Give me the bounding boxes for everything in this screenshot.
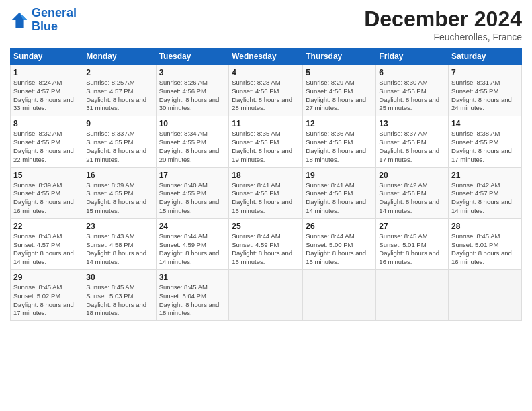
day-info: Sunrise: 8:44 AMSunset: 4:59 PMDaylight:… — [159, 232, 226, 267]
calendar-cell: 14Sunrise: 8:38 AMSunset: 4:55 PMDayligh… — [449, 116, 522, 167]
title-block: December 2024 Feucherolles, France — [364, 7, 522, 42]
calendar-week-1: 1Sunrise: 8:24 AMSunset: 4:57 PMDaylight… — [11, 65, 522, 116]
day-number: 24 — [159, 222, 226, 231]
day-header-tuesday: Tuesday — [156, 48, 229, 65]
calendar-cell: 10Sunrise: 8:34 AMSunset: 4:55 PMDayligh… — [156, 116, 229, 167]
day-number: 11 — [232, 119, 300, 128]
day-number: 23 — [86, 222, 152, 231]
day-number: 10 — [159, 119, 226, 128]
calendar-cell: 26Sunrise: 8:44 AMSunset: 5:00 PMDayligh… — [303, 218, 376, 269]
day-info: Sunrise: 8:39 AMSunset: 4:55 PMDaylight:… — [86, 181, 152, 216]
day-header-thursday: Thursday — [303, 48, 376, 65]
day-number: 17 — [159, 171, 226, 180]
day-number: 2 — [86, 68, 152, 77]
calendar-cell: 17Sunrise: 8:40 AMSunset: 4:55 PMDayligh… — [156, 167, 229, 218]
calendar-cell: 19Sunrise: 8:41 AMSunset: 4:56 PMDayligh… — [303, 167, 376, 218]
day-info: Sunrise: 8:45 AMSunset: 5:02 PMDaylight:… — [13, 283, 80, 318]
calendar-cell: 9Sunrise: 8:33 AMSunset: 4:55 PMDaylight… — [83, 116, 156, 167]
day-info: Sunrise: 8:43 AMSunset: 4:58 PMDaylight:… — [86, 232, 152, 267]
calendar-cell: 22Sunrise: 8:43 AMSunset: 4:57 PMDayligh… — [11, 218, 83, 269]
day-header-monday: Monday — [83, 48, 156, 65]
day-number: 14 — [451, 119, 519, 128]
calendar-cell — [303, 270, 376, 321]
day-info: Sunrise: 8:38 AMSunset: 4:55 PMDaylight:… — [451, 130, 519, 164]
logo: General Blue — [10, 7, 77, 34]
calendar-week-4: 22Sunrise: 8:43 AMSunset: 4:57 PMDayligh… — [11, 218, 522, 269]
calendar-week-3: 15Sunrise: 8:39 AMSunset: 4:55 PMDayligh… — [11, 167, 522, 218]
day-info: Sunrise: 8:33 AMSunset: 4:55 PMDaylight:… — [86, 130, 152, 164]
calendar-header-row: SundayMondayTuesdayWednesdayThursdayFrid… — [11, 48, 522, 65]
calendar-cell: 28Sunrise: 8:45 AMSunset: 5:01 PMDayligh… — [449, 218, 522, 269]
calendar-cell: 20Sunrise: 8:42 AMSunset: 4:56 PMDayligh… — [376, 167, 449, 218]
day-number: 12 — [306, 119, 373, 128]
day-number: 18 — [232, 171, 300, 180]
day-number: 29 — [13, 273, 80, 282]
calendar-cell: 2Sunrise: 8:25 AMSunset: 4:57 PMDaylight… — [83, 65, 156, 116]
calendar-cell: 6Sunrise: 8:30 AMSunset: 4:55 PMDaylight… — [376, 65, 449, 116]
day-info: Sunrise: 8:29 AMSunset: 4:56 PMDaylight:… — [306, 79, 373, 113]
calendar-cell: 24Sunrise: 8:44 AMSunset: 4:59 PMDayligh… — [156, 218, 229, 269]
day-number: 16 — [86, 171, 152, 180]
subtitle: Feucherolles, France — [364, 32, 522, 42]
day-number: 13 — [379, 119, 445, 128]
calendar-cell: 16Sunrise: 8:39 AMSunset: 4:55 PMDayligh… — [83, 167, 156, 218]
calendar-cell: 29Sunrise: 8:45 AMSunset: 5:02 PMDayligh… — [11, 270, 83, 321]
calendar-cell — [229, 270, 303, 321]
day-number: 1 — [13, 68, 80, 77]
day-info: Sunrise: 8:42 AMSunset: 4:56 PMDaylight:… — [379, 181, 445, 216]
day-info: Sunrise: 8:37 AMSunset: 4:55 PMDaylight:… — [379, 130, 445, 164]
calendar-week-2: 8Sunrise: 8:32 AMSunset: 4:55 PMDaylight… — [11, 116, 522, 167]
day-info: Sunrise: 8:44 AMSunset: 5:00 PMDaylight:… — [306, 232, 373, 267]
day-info: Sunrise: 8:30 AMSunset: 4:55 PMDaylight:… — [379, 79, 445, 113]
day-info: Sunrise: 8:45 AMSunset: 5:03 PMDaylight:… — [86, 283, 152, 318]
day-number: 9 — [86, 119, 152, 128]
day-info: Sunrise: 8:26 AMSunset: 4:56 PMDaylight:… — [159, 79, 226, 113]
logo-text: General Blue — [32, 7, 77, 34]
day-info: Sunrise: 8:41 AMSunset: 4:56 PMDaylight:… — [232, 181, 300, 216]
day-info: Sunrise: 8:41 AMSunset: 4:56 PMDaylight:… — [306, 181, 373, 216]
day-info: Sunrise: 8:28 AMSunset: 4:56 PMDaylight:… — [232, 79, 300, 113]
day-info: Sunrise: 8:25 AMSunset: 4:57 PMDaylight:… — [86, 79, 152, 113]
day-number: 30 — [86, 273, 152, 282]
calendar-cell: 31Sunrise: 8:45 AMSunset: 5:04 PMDayligh… — [156, 270, 229, 321]
day-number: 4 — [232, 68, 300, 77]
calendar-week-5: 29Sunrise: 8:45 AMSunset: 5:02 PMDayligh… — [11, 270, 522, 321]
day-header-friday: Friday — [376, 48, 449, 65]
day-number: 27 — [379, 222, 445, 231]
page: General Blue December 2024 Feucherolles,… — [0, 0, 532, 411]
day-number: 20 — [379, 171, 445, 180]
calendar-cell — [376, 270, 449, 321]
day-info: Sunrise: 8:44 AMSunset: 4:59 PMDaylight:… — [232, 232, 300, 267]
day-info: Sunrise: 8:40 AMSunset: 4:55 PMDaylight:… — [159, 181, 226, 216]
header: General Blue December 2024 Feucherolles,… — [10, 7, 522, 42]
day-header-sunday: Sunday — [11, 48, 83, 65]
day-info: Sunrise: 8:32 AMSunset: 4:55 PMDaylight:… — [13, 130, 80, 164]
day-info: Sunrise: 8:24 AMSunset: 4:57 PMDaylight:… — [13, 79, 80, 113]
day-info: Sunrise: 8:42 AMSunset: 4:57 PMDaylight:… — [451, 181, 519, 216]
day-info: Sunrise: 8:36 AMSunset: 4:55 PMDaylight:… — [306, 130, 373, 164]
calendar-cell — [449, 270, 522, 321]
logo-icon — [10, 11, 29, 30]
calendar-cell: 21Sunrise: 8:42 AMSunset: 4:57 PMDayligh… — [449, 167, 522, 218]
calendar-cell: 3Sunrise: 8:26 AMSunset: 4:56 PMDaylight… — [156, 65, 229, 116]
day-number: 28 — [451, 222, 519, 231]
calendar-cell: 7Sunrise: 8:31 AMSunset: 4:55 PMDaylight… — [449, 65, 522, 116]
calendar-cell: 15Sunrise: 8:39 AMSunset: 4:55 PMDayligh… — [11, 167, 83, 218]
day-number: 6 — [379, 68, 445, 77]
calendar-cell: 5Sunrise: 8:29 AMSunset: 4:56 PMDaylight… — [303, 65, 376, 116]
day-number: 8 — [13, 119, 80, 128]
main-title: December 2024 — [364, 7, 522, 32]
calendar-cell: 4Sunrise: 8:28 AMSunset: 4:56 PMDaylight… — [229, 65, 303, 116]
day-number: 19 — [306, 171, 373, 180]
calendar-cell: 23Sunrise: 8:43 AMSunset: 4:58 PMDayligh… — [83, 218, 156, 269]
calendar-cell: 27Sunrise: 8:45 AMSunset: 5:01 PMDayligh… — [376, 218, 449, 269]
day-number: 7 — [451, 68, 519, 77]
calendar-cell: 12Sunrise: 8:36 AMSunset: 4:55 PMDayligh… — [303, 116, 376, 167]
day-number: 21 — [451, 171, 519, 180]
calendar-cell: 1Sunrise: 8:24 AMSunset: 4:57 PMDaylight… — [11, 65, 83, 116]
day-info: Sunrise: 8:35 AMSunset: 4:55 PMDaylight:… — [232, 130, 300, 164]
day-number: 5 — [306, 68, 373, 77]
day-info: Sunrise: 8:43 AMSunset: 4:57 PMDaylight:… — [13, 232, 80, 267]
day-info: Sunrise: 8:39 AMSunset: 4:55 PMDaylight:… — [13, 181, 80, 216]
calendar-cell: 13Sunrise: 8:37 AMSunset: 4:55 PMDayligh… — [376, 116, 449, 167]
